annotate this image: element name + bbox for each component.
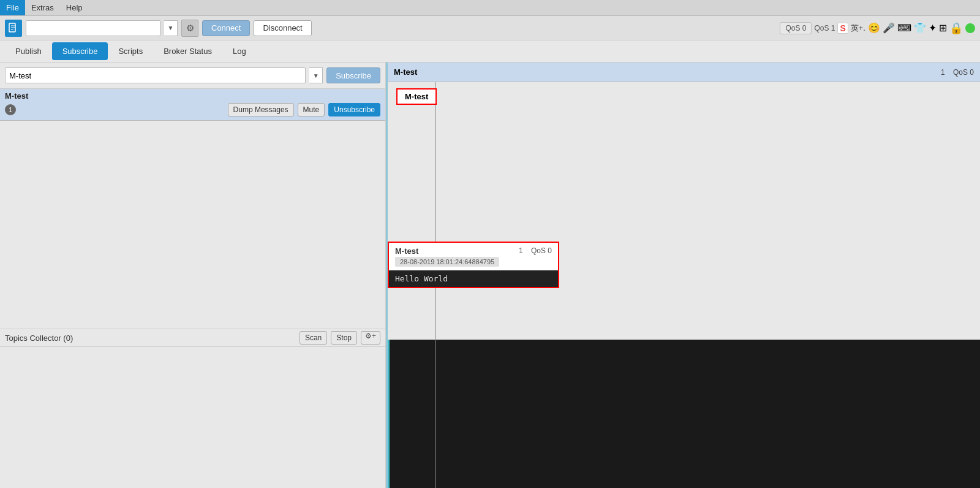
subscribe-row: ▼ Subscribe [0, 63, 385, 89]
mute-button[interactable]: Mute [298, 103, 325, 116]
disconnect-button[interactable]: Disconnect [254, 20, 311, 36]
message-card-timestamp: 28-08-2019 18:01:24:64884795 [395, 257, 499, 267]
message-card: M-test 1 QoS 0 28-08-2019 18:01:24:64884… [388, 242, 559, 288]
right-panel: M-test 1 QoS 0 M-test M-test 1 [388, 63, 980, 488]
left-panel: ▼ Subscribe M-test 1 Dump Messages Mute … [0, 63, 386, 488]
main-container: ▼ Subscribe M-test 1 Dump Messages Mute … [0, 63, 980, 488]
right-topic-header: M-test 1 QoS 0 [388, 63, 980, 82]
right-topic-qos: QoS 0 [953, 68, 974, 77]
topics-collector-area [0, 347, 385, 488]
topic-dropdown-btn[interactable]: ▼ [309, 67, 323, 83]
right-panel-dark-area [388, 340, 980, 488]
subscribe-button[interactable]: Subscribe [326, 67, 380, 83]
tab-log[interactable]: Log [222, 42, 257, 60]
topics-collector-label: Topics Collector (0) [5, 334, 73, 343]
topic-label-box: M-test [396, 88, 437, 105]
qos-badge-toolbar: QoS 0 [780, 22, 812, 34]
tab-subscribe[interactable]: Subscribe [52, 42, 108, 60]
message-card-header: M-test 1 QoS 0 [389, 243, 558, 257]
teal-border [388, 340, 390, 488]
doc-icon [5, 20, 22, 37]
scan-button[interactable]: Scan [300, 331, 327, 345]
tab-broker-status[interactable]: Broker Status [153, 42, 222, 60]
message-card-timestamp-wrapper: 28-08-2019 18:01:24:64884795 [395, 257, 552, 267]
right-topic-count: 1 [941, 68, 945, 77]
topic-input[interactable] [5, 67, 306, 83]
right-topic-meta: 1 QoS 0 [941, 68, 974, 77]
toolbar: ▼ ⚙ Connect Disconnect QoS 0 QoS 1 S 英+.… [0, 16, 980, 40]
lock-icon: 🔒 [949, 21, 963, 35]
subscription-topic-row: M-test [5, 91, 380, 101]
right-panel-light-area: M-test M-test 1 QoS 0 28-08-2019 18:01:2… [388, 82, 980, 340]
connector-line-dark [435, 340, 436, 488]
menu-extras[interactable]: Extras [25, 1, 60, 15]
stop-button[interactable]: Stop [331, 331, 357, 345]
toolbar-right: QoS 0 QoS 1 S 英+. 😊 🎤 ⌨ 👕 ✦ ⊞ 🔒 [780, 21, 975, 35]
subscription-list-item: M-test 1 Dump Messages Mute Unsubscribe [0, 89, 385, 121]
unsubscribe-button[interactable]: Unsubscribe [328, 103, 380, 116]
toolbar-qos1-label: QoS 1 [814, 24, 835, 32]
topics-collector-settings[interactable]: ⚙+ [361, 331, 380, 345]
tab-publish[interactable]: Publish [5, 42, 52, 60]
menu-bar: File Extras Help [0, 0, 980, 16]
connection-status-indicator [965, 23, 975, 33]
menu-help[interactable]: Help [60, 1, 89, 15]
dump-messages-button[interactable]: Dump Messages [228, 103, 294, 116]
left-panel-spacer [0, 121, 385, 329]
subscription-topic-name: M-test [5, 91, 28, 101]
right-topic-name: M-test [394, 67, 417, 77]
topics-collector-row: Topics Collector (0) Scan Stop ⚙+ [0, 329, 385, 347]
connection-dropdown-btn[interactable]: ▼ [164, 20, 178, 36]
connect-button[interactable]: Connect [202, 20, 250, 36]
connector-line [435, 82, 436, 340]
message-card-body: Hello World [389, 270, 558, 287]
settings-gear-btn[interactable]: ⚙ [181, 20, 198, 37]
message-count-badge: 1 [5, 104, 16, 115]
tab-scripts[interactable]: Scripts [108, 42, 153, 60]
menu-file[interactable]: File [0, 0, 25, 15]
tabs-bar: Publish Subscribe Scripts Broker Status … [0, 40, 980, 63]
connection-input[interactable] [26, 20, 160, 36]
